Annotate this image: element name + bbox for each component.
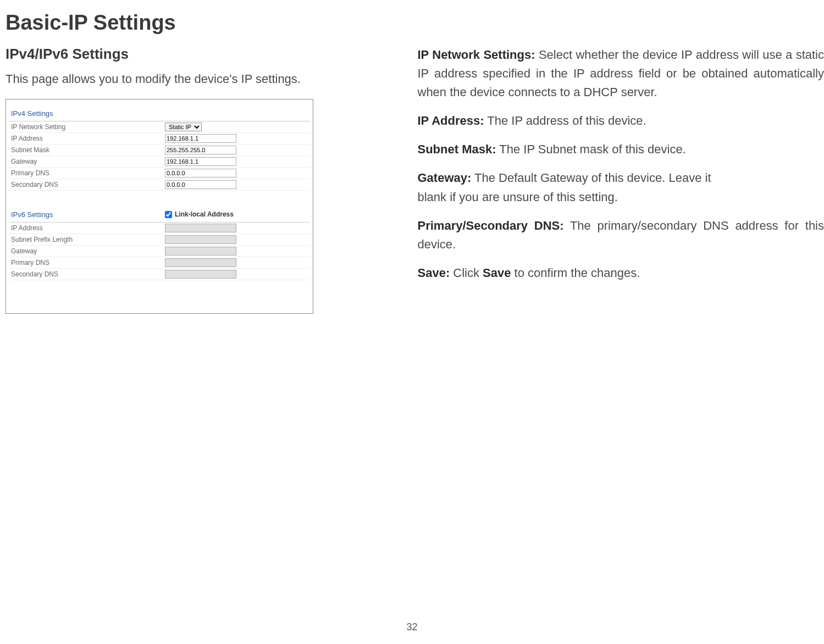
ipv6-secondary-dns-input[interactable] <box>165 270 236 279</box>
ipv4-secondary-dns-input[interactable] <box>165 180 236 189</box>
desc-ip-network-bold: IP Network Settings: <box>418 48 535 62</box>
ipv6-settings-header: IPv6 Settings <box>11 210 165 219</box>
desc-save-bold2: Save <box>483 266 511 280</box>
ipv6-ip-address-label: IP Address <box>11 224 165 232</box>
desc-gateway-text-l1: The Default Gateway of this device. Leav… <box>471 171 711 185</box>
ipv6-secondary-dns-row: Secondary DNS <box>9 269 310 280</box>
intro-text: This page allows you to modify the devic… <box>5 71 396 88</box>
ipv6-ip-address-input[interactable] <box>165 224 236 232</box>
ip-network-setting-select[interactable]: Static IP <box>165 123 202 131</box>
ipv4-gateway-input[interactable] <box>165 157 236 166</box>
desc-gateway-line2: blank if you are unsure of this setting. <box>418 188 825 207</box>
desc-subnet-bold: Subnet Mask: <box>418 142 496 156</box>
desc-gateway-bold: Gateway: <box>418 171 472 185</box>
right-column: IP Network Settings: Select whether the … <box>412 46 825 314</box>
ipv4-subnet-mask-input[interactable] <box>165 146 236 154</box>
ipv6-gateway-row: Gateway <box>9 246 310 257</box>
desc-save-bold: Save: <box>418 266 450 280</box>
desc-ip-address-text: The IP address of this device. <box>484 114 646 127</box>
section-title: IPv4/IPv6 Settings <box>5 46 396 63</box>
desc-subnet: Subnet Mask: The IP Subnet mask of this … <box>418 140 825 159</box>
ipv4-subnet-mask-label: Subnet Mask <box>11 146 165 154</box>
desc-subnet-text: The IP Subnet mask of this device. <box>496 142 686 156</box>
desc-ip-network: IP Network Settings: Select whether the … <box>418 46 825 102</box>
ipv4-subnet-mask-row: Subnet Mask <box>9 145 310 156</box>
ip-network-setting-label: IP Network Setting <box>11 123 165 131</box>
desc-ip-address: IP Address: The IP address of this devic… <box>418 112 825 130</box>
ipv6-subnet-prefix-input[interactable] <box>165 235 236 244</box>
ipv6-header-row: IPv6 Settings Link-local Address <box>9 207 310 223</box>
ip-network-setting-row: IP Network Setting Static IP <box>9 121 310 133</box>
link-local-label: Link-local Address <box>175 210 234 218</box>
ipv4-ip-address-input[interactable] <box>165 134 236 143</box>
left-column: IPv4/IPv6 Settings This page allows you … <box>0 46 412 314</box>
settings-panel: IPv4 Settings IP Network Setting Static … <box>5 99 313 314</box>
ipv6-ip-address-row: IP Address <box>9 223 310 234</box>
desc-dns: Primary/Secondary DNS: The primary/secon… <box>418 216 825 254</box>
ipv4-primary-dns-input[interactable] <box>165 169 236 177</box>
ipv6-primary-dns-label: Primary DNS <box>11 259 165 267</box>
link-local-wrapper: Link-local Address <box>165 210 234 218</box>
ipv6-secondary-dns-label: Secondary DNS <box>11 270 165 278</box>
page-number: 32 <box>406 621 417 633</box>
desc-save-text2: to confirm the changes. <box>511 266 640 280</box>
desc-dns-bold: Primary/Secondary DNS: <box>418 219 564 232</box>
ipv6-primary-dns-row: Primary DNS <box>9 257 310 269</box>
desc-ip-address-bold: IP Address: <box>418 114 484 127</box>
link-local-checkbox[interactable] <box>165 211 172 218</box>
page-title: Basic-IP Settings <box>0 11 824 35</box>
content-columns: IPv4/IPv6 Settings This page allows you … <box>0 46 824 314</box>
ipv4-ip-address-label: IP Address <box>11 135 165 142</box>
ipv6-subnet-prefix-label: Subnet Prefix Length <box>11 236 165 243</box>
ipv4-settings-header: IPv4 Settings <box>9 105 310 121</box>
ipv6-primary-dns-input[interactable] <box>165 258 236 267</box>
ipv4-primary-dns-label: Primary DNS <box>11 169 165 177</box>
desc-save: Save: Click Save to confirm the changes. <box>418 264 825 282</box>
ipv6-subnet-prefix-row: Subnet Prefix Length <box>9 234 310 246</box>
ipv4-primary-dns-row: Primary DNS <box>9 168 310 179</box>
ipv4-ip-address-row: IP Address <box>9 133 310 145</box>
ipv4-secondary-dns-row: Secondary DNS <box>9 179 310 191</box>
ipv6-section: IPv6 Settings Link-local Address IP Addr… <box>9 207 310 280</box>
desc-gateway: Gateway: The Default Gateway of this dev… <box>418 169 825 187</box>
ipv6-gateway-input[interactable] <box>165 247 236 256</box>
ipv6-gateway-label: Gateway <box>11 247 165 255</box>
ipv4-gateway-label: Gateway <box>11 158 165 165</box>
desc-save-text1: Click <box>450 266 483 280</box>
ipv4-secondary-dns-label: Secondary DNS <box>11 181 165 188</box>
ipv4-gateway-row: Gateway <box>9 156 310 168</box>
